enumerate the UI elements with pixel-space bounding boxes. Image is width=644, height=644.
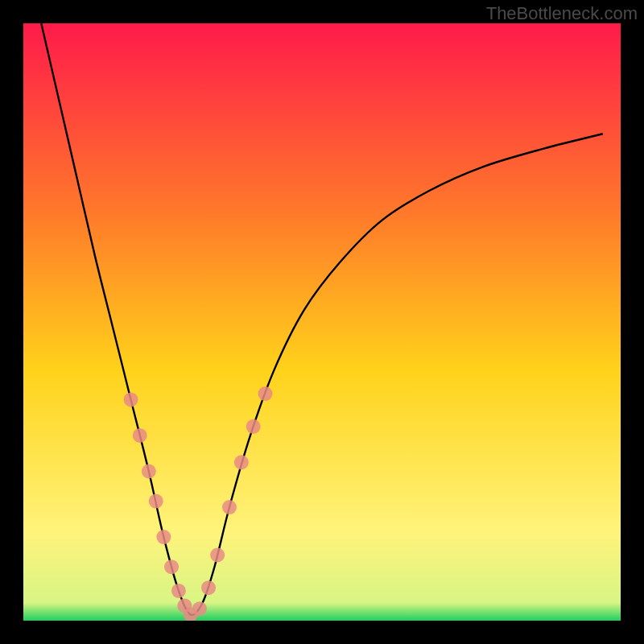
highlight-dot [192, 601, 207, 616]
highlight-dot [210, 547, 225, 562]
highlight-dot [258, 386, 273, 401]
highlight-dot [164, 559, 179, 574]
highlight-dot [156, 530, 171, 544]
highlight-dot [234, 455, 249, 469]
highlight-dot [201, 580, 216, 595]
highlight-dot [222, 500, 237, 514]
highlight-dot [149, 494, 163, 509]
highlight-dot [171, 584, 186, 598]
chart-frame [23, 23, 621, 621]
highlight-dot [124, 392, 138, 407]
highlight-dot [246, 419, 261, 434]
highlight-dot [142, 464, 156, 479]
bottleneck-chart [23, 23, 621, 621]
highlight-dot [133, 428, 147, 443]
gradient-background [23, 23, 621, 621]
watermark-text: TheBottleneck.com [486, 3, 638, 24]
